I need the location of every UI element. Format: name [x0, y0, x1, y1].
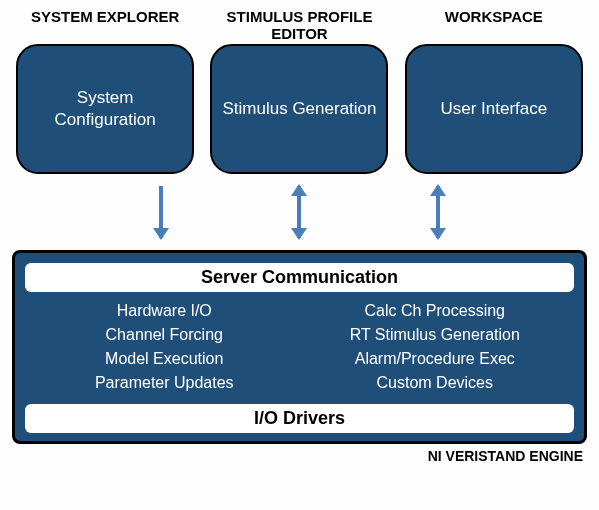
box-system-configuration: System Configuration — [16, 44, 194, 174]
feature-item: Channel Forcing — [37, 326, 292, 344]
feature-item: Alarm/Procedure Exec — [308, 350, 563, 368]
heading-stimulus-profile: STIMULUS PROFILE EDITOR — [206, 8, 392, 44]
top-row: SYSTEM EXPLORER System Configuration STI… — [0, 0, 599, 174]
engine-box: Server Communication Hardware I/O Channe… — [12, 250, 587, 444]
feature-item: Custom Devices — [308, 374, 563, 392]
feature-item: Model Execution — [37, 350, 292, 368]
engine-caption: NI VERISTAND ENGINE — [0, 444, 599, 464]
box-stimulus-generation: Stimulus Generation — [210, 44, 388, 174]
col-system-explorer: SYSTEM EXPLORER System Configuration — [12, 8, 198, 174]
feature-grid: Hardware I/O Channel Forcing Model Execu… — [23, 292, 576, 404]
feature-item: Calc Ch Processing — [308, 302, 563, 320]
arrow-row — [0, 180, 599, 244]
band-server-communication: Server Communication — [25, 263, 574, 292]
box-user-interface: User Interface — [405, 44, 583, 174]
feature-item: Hardware I/O — [37, 302, 292, 320]
arrow-bidirectional-icon — [297, 186, 301, 238]
col-stimulus-profile: STIMULUS PROFILE EDITOR Stimulus Generat… — [206, 8, 392, 174]
feature-col-left: Hardware I/O Channel Forcing Model Execu… — [37, 302, 292, 392]
col-workspace: WORKSPACE User Interface — [401, 8, 587, 174]
feature-item: RT Stimulus Generation — [308, 326, 563, 344]
feature-col-right: Calc Ch Processing RT Stimulus Generatio… — [308, 302, 563, 392]
feature-item: Parameter Updates — [37, 374, 292, 392]
heading-system-explorer: SYSTEM EXPLORER — [31, 8, 179, 44]
heading-workspace: WORKSPACE — [445, 8, 543, 44]
arrow-down-icon — [159, 186, 163, 238]
band-io-drivers: I/O Drivers — [25, 404, 574, 433]
arrow-bidirectional-icon — [436, 186, 440, 238]
